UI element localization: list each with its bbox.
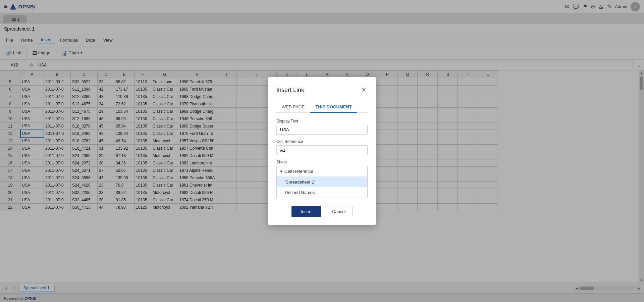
modal-buttons: Insert Cancel (276, 206, 368, 217)
modal-title: Insert Link (276, 87, 304, 94)
insert-btn[interactable]: Insert (291, 206, 321, 217)
cell-reference-input[interactable] (276, 145, 368, 155)
modal-overlay[interactable]: Insert Link ✕ WEB PAGE THIS DOCUMENT Dis… (0, 0, 644, 302)
display-text-input[interactable] (276, 125, 368, 135)
sheet-option-defined-names[interactable]: Defined Names (277, 187, 367, 198)
modal-close-btn[interactable]: ✕ (360, 85, 368, 95)
sheet-field: Sheet ▾ Cell Reference 'Spreadsheet 1' D… (276, 160, 368, 198)
dropdown-chevron-icon: ▾ (280, 169, 282, 174)
modal-header: Insert Link ✕ (276, 85, 368, 95)
sheet-option-spreadsheet1[interactable]: 'Spreadsheet 1' (277, 177, 367, 187)
modal-tab-thisdocument[interactable]: THIS DOCUMENT (310, 102, 357, 113)
cell-reference-field: Cell Reference (276, 139, 368, 160)
insert-link-modal: Insert Link ✕ WEB PAGE THIS DOCUMENT Dis… (268, 77, 376, 225)
display-text-field: Display Text (276, 119, 368, 139)
sheet-label: Sheet (276, 160, 368, 164)
display-text-label: Display Text (276, 119, 368, 123)
cell-reference-label: Cell Reference (276, 139, 368, 144)
cancel-btn[interactable]: Cancel (325, 206, 353, 217)
sheet-dropdown: ▾ Cell Reference 'Spreadsheet 1' Defined… (276, 166, 368, 198)
sheet-dropdown-header[interactable]: ▾ Cell Reference (277, 166, 367, 177)
sheet-dropdown-label: Cell Reference (284, 169, 313, 174)
modal-tabs: WEB PAGE THIS DOCUMENT (276, 102, 368, 113)
modal-tab-webpage[interactable]: WEB PAGE (276, 102, 310, 113)
